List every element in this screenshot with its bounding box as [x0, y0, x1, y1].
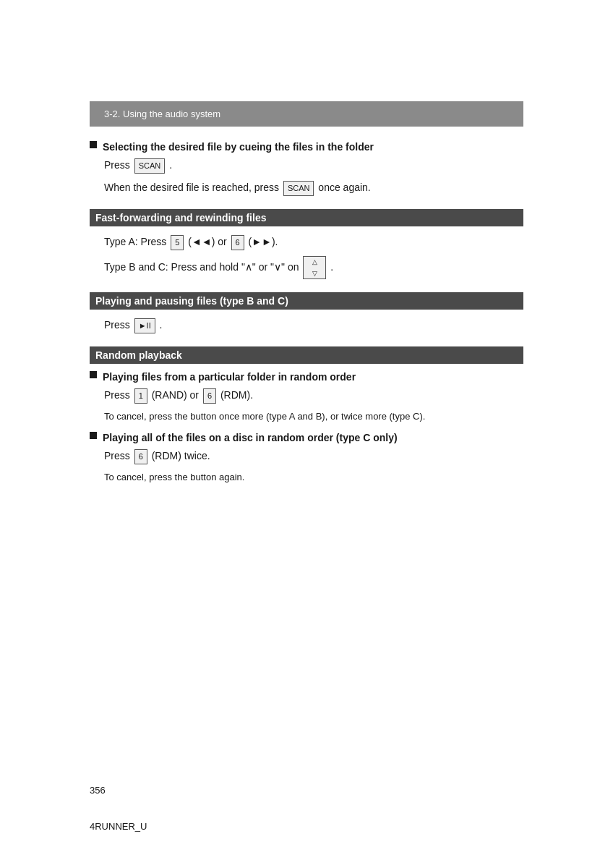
- random-sub1-body: Press 1 (RAND) or 6 (RDM). To cancel, pr…: [104, 387, 523, 425]
- key-1-rand: 1: [134, 388, 147, 404]
- bullet-icon-2: [90, 371, 97, 378]
- press-label-1: Press: [104, 159, 130, 171]
- rand-mid: (RAND) or: [152, 389, 202, 401]
- scan-key-1: SCAN: [134, 158, 166, 174]
- playing-line1: Press ►II .: [104, 317, 523, 333]
- selecting-section: Selecting the desired file by cueing the…: [90, 141, 523, 153]
- period-1: .: [169, 159, 172, 171]
- selecting-body: Press SCAN . When the desired file is re…: [104, 157, 523, 196]
- arrow-right-sym: (►►).: [249, 236, 278, 247]
- bullet-icon-3: [90, 432, 97, 439]
- selecting-title: Selecting the desired file by cueing the…: [103, 141, 374, 153]
- fastforward-typeBC: Type B and C: Press and hold "∧" or "∨" …: [104, 256, 523, 279]
- fastforward-section-header: Fast-forwarding and rewinding files: [90, 209, 523, 226]
- random-sub1-line2: To cancel, press the button once more (t…: [104, 409, 523, 425]
- play-pause-key: ►II: [134, 318, 155, 334]
- section-title: 3-2. Using the audio system: [104, 109, 220, 119]
- playing-body: Press ►II .: [104, 317, 523, 333]
- fastforward-typeA: Type A: Press 5 (◄◄) or 6 (►►).: [104, 234, 523, 250]
- random-section-header: Random playback: [90, 346, 523, 364]
- bullet-icon: [90, 141, 97, 148]
- selecting-line2: When the desired file is reached, press …: [104, 179, 523, 196]
- random-sub2-title-row: Playing all of the files on a disc in ra…: [90, 432, 523, 443]
- joystick-icon: △ ▽: [303, 256, 326, 279]
- model-label: 4RUNNER_U: [90, 821, 147, 832]
- header-bar: 3-2. Using the audio system: [90, 101, 523, 127]
- key-6-ff: 6: [231, 235, 244, 251]
- random-sub1-title: Playing files from a particular folder i…: [103, 371, 356, 383]
- rdm-suffix: (RDM).: [220, 389, 253, 401]
- random-sub1-title-row: Playing files from a particular folder i…: [90, 371, 523, 383]
- fastforward-body: Type A: Press 5 (◄◄) or 6 (►►). Type B a…: [104, 234, 523, 279]
- random-sub2-line1: Press 6 (RDM) twice.: [104, 448, 523, 464]
- random-sub1-line1: Press 1 (RAND) or 6 (RDM).: [104, 387, 523, 404]
- scan-key-2: SCAN: [283, 181, 314, 197]
- key-6-rdm: 6: [203, 388, 216, 404]
- random-sub2-body: Press 6 (RDM) twice. To cancel, press th…: [104, 448, 523, 485]
- random-sub2-title: Playing all of the files on a disc in ra…: [103, 432, 398, 443]
- selecting-line1: Press SCAN .: [104, 157, 523, 174]
- playing-section-header: Playing and pausing files (type B and C): [90, 292, 523, 310]
- key-5: 5: [171, 235, 184, 251]
- key-6-rdm2: 6: [134, 449, 147, 465]
- page-number: 356: [90, 785, 106, 796]
- main-content: Selecting the desired file by cueing the…: [90, 127, 523, 506]
- random-sub2-line2: To cancel, press the button again.: [104, 470, 523, 485]
- arrow-left-sym: (◄◄) or: [188, 236, 229, 247]
